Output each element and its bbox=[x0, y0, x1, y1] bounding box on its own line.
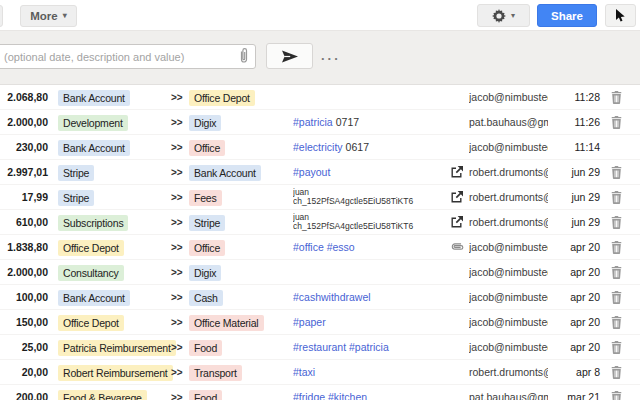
trash-button[interactable] bbox=[608, 216, 624, 229]
tx-email: jacob@nimbustecno... bbox=[469, 316, 548, 328]
more-button-label: More bbox=[30, 10, 57, 22]
tx-email: robert.drumonts@g... bbox=[469, 366, 548, 378]
attach-file-icon[interactable] bbox=[240, 48, 248, 64]
to-account-chip[interactable]: Office bbox=[189, 240, 225, 256]
tx-email: jacob@nimbustecno... bbox=[469, 241, 548, 253]
arrow-separator: >> bbox=[171, 392, 185, 400]
trash-button[interactable] bbox=[608, 241, 624, 254]
tx-date: 11:28 bbox=[558, 91, 600, 103]
from-account-chip[interactable]: Development bbox=[58, 115, 128, 131]
to-account-chip[interactable]: Food bbox=[189, 340, 222, 356]
to-account-chip[interactable]: Digix bbox=[189, 115, 221, 131]
desc-tags[interactable]: #fridge #kitchen bbox=[293, 391, 367, 400]
external-link-icon[interactable] bbox=[451, 166, 463, 178]
tx-amount: 20,00 bbox=[0, 366, 48, 378]
trash-icon bbox=[611, 316, 622, 329]
from-account-chip[interactable]: Stripe bbox=[58, 190, 94, 206]
trash-button[interactable] bbox=[608, 91, 624, 104]
overflow-menu-button[interactable]: ... bbox=[321, 48, 341, 63]
arrow-separator: >> bbox=[171, 117, 185, 128]
tx-description: #office #esso bbox=[293, 241, 451, 253]
tx-description: #fridge #kitchen bbox=[293, 391, 451, 400]
gear-icon bbox=[492, 9, 506, 23]
desc-tags[interactable]: #restaurant #patricia bbox=[293, 341, 389, 353]
desc-tags[interactable]: #patricia bbox=[293, 116, 333, 128]
send-button[interactable] bbox=[266, 43, 313, 69]
tx-date: apr 20 bbox=[558, 341, 600, 353]
app-window: More ▾ ▾ Share ... bbox=[0, 0, 640, 400]
tx-date: jun 29 bbox=[558, 216, 600, 228]
from-account-chip[interactable]: Office Depot bbox=[58, 240, 124, 256]
to-account-chip[interactable]: Cash bbox=[189, 290, 223, 306]
desc-tags[interactable]: #payout bbox=[293, 166, 330, 178]
to-account-chip[interactable]: Transport bbox=[189, 365, 242, 381]
trash-button[interactable] bbox=[608, 341, 624, 354]
attachment-icon[interactable] bbox=[451, 242, 465, 252]
trash-button[interactable] bbox=[608, 391, 624, 400]
trash-button[interactable] bbox=[608, 166, 624, 179]
from-account-chip[interactable]: Consultancy bbox=[58, 265, 124, 281]
to-account-chip[interactable]: Office Material bbox=[189, 315, 264, 331]
caret-down-icon: ▾ bbox=[63, 12, 67, 20]
to-account-chip[interactable]: Stripe bbox=[189, 215, 225, 231]
desc-tags[interactable]: #paper bbox=[293, 316, 326, 328]
tx-description: #payout bbox=[293, 166, 451, 178]
tx-email: jacob@nimbustecno... bbox=[469, 291, 548, 303]
transaction-row: 2.068,80 Bank Account >> Office Depot ja… bbox=[0, 85, 640, 110]
to-account-chip[interactable]: Bank Account bbox=[189, 165, 261, 181]
new-transaction-input[interactable] bbox=[0, 44, 256, 69]
trash-button[interactable] bbox=[608, 316, 624, 329]
external-link-icon[interactable] bbox=[451, 216, 463, 228]
from-account-chip[interactable]: Office Depot bbox=[58, 315, 124, 331]
settings-button[interactable]: ▾ bbox=[477, 4, 530, 27]
tx-description: #taxi bbox=[293, 366, 451, 378]
trash-button[interactable] bbox=[608, 366, 624, 379]
tx-date: apr 20 bbox=[558, 241, 600, 253]
from-account-chip[interactable]: Bank Account bbox=[58, 290, 130, 306]
from-account-chip[interactable]: Stripe bbox=[58, 165, 94, 181]
to-account-chip[interactable]: Food bbox=[189, 390, 222, 400]
trash-button[interactable] bbox=[608, 116, 624, 129]
to-account-chip[interactable]: Office bbox=[189, 140, 225, 156]
tx-amount: 2.000,00 bbox=[0, 116, 48, 128]
tx-email: robert.drumonts@g... bbox=[469, 166, 548, 178]
transaction-row: 200,00 Food & Bevarege >> Food #fridge #… bbox=[0, 385, 640, 400]
from-account-chip[interactable]: Bank Account bbox=[58, 90, 130, 106]
to-account-chip[interactable]: Fees bbox=[189, 190, 222, 206]
desc-tags[interactable]: #taxi bbox=[293, 366, 315, 378]
tx-description: #paper bbox=[293, 316, 451, 328]
transaction-row: 230,00 Bank Account >> Office #electrici… bbox=[0, 135, 640, 160]
to-account-chip[interactable]: Office Depot bbox=[189, 90, 255, 106]
desc-tags[interactable]: #electricity bbox=[293, 141, 343, 153]
trash-icon bbox=[611, 166, 622, 179]
tx-amount: 2.000,00 bbox=[0, 266, 48, 278]
trash-icon bbox=[611, 391, 622, 400]
top-toolbar: More ▾ ▾ Share bbox=[0, 0, 640, 30]
tx-description: #electricity0617 bbox=[293, 141, 451, 153]
trash-icon bbox=[611, 266, 622, 279]
desc-tags[interactable]: #cashwithdrawel bbox=[293, 291, 371, 303]
from-account-chip[interactable]: Food & Bevarege bbox=[58, 390, 147, 400]
tx-description: #patricia0717 bbox=[293, 116, 451, 128]
from-account-chip[interactable]: Patricia Reimbursement bbox=[58, 340, 176, 356]
trash-button[interactable] bbox=[608, 191, 624, 204]
to-account-chip[interactable]: Digix bbox=[189, 265, 221, 281]
trash-button[interactable] bbox=[608, 266, 624, 279]
tx-date: apr 8 bbox=[558, 366, 600, 378]
arrow-separator: >> bbox=[171, 217, 185, 228]
desc-tags[interactable]: #office #esso bbox=[293, 241, 355, 253]
share-button[interactable]: Share bbox=[537, 4, 597, 27]
external-link-icon[interactable] bbox=[451, 191, 463, 203]
trash-icon bbox=[611, 216, 622, 229]
from-account-chip[interactable]: Subscriptions bbox=[58, 215, 128, 231]
tx-description: #restaurant #patricia bbox=[293, 341, 451, 353]
tx-email: jacob@nimbustecno... bbox=[469, 266, 548, 278]
more-button[interactable]: More ▾ bbox=[20, 5, 77, 27]
from-account-chip[interactable]: Robert Reimbursement bbox=[58, 365, 173, 381]
trash-button[interactable] bbox=[608, 291, 624, 304]
tx-description: juanch_152PfSA4gctle5EiU58TiKT6 bbox=[293, 188, 451, 207]
from-account-chip[interactable]: Bank Account bbox=[58, 140, 130, 156]
clipped-button-edge bbox=[0, 5, 3, 27]
transaction-row: 25,00 Patricia Reimbursement >> Food #re… bbox=[0, 335, 640, 360]
pointer-mode-button[interactable] bbox=[605, 4, 636, 27]
